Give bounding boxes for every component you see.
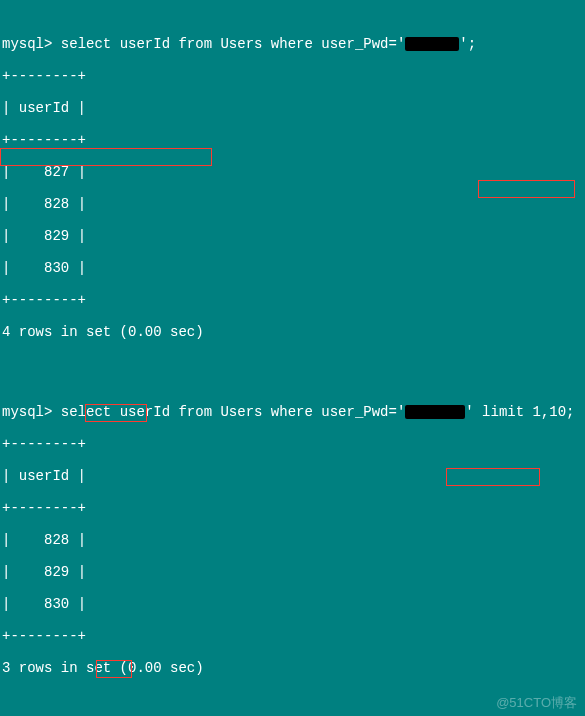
sql-text: select userId from Users where user_Pwd=… xyxy=(61,404,405,420)
table-row: | 827 | xyxy=(2,164,583,180)
cell-value: 828 xyxy=(44,532,69,548)
redacted-password: 123456 xyxy=(405,37,459,51)
table-row: | 829 | xyxy=(2,564,583,580)
table-border: +--------+ xyxy=(2,68,583,84)
sql-text: '; xyxy=(459,36,476,52)
cell-value: 827 xyxy=(44,164,69,180)
sql-text: ' limit 1,10; xyxy=(465,404,574,420)
prompt-line[interactable]: mysql> select userId from Users where us… xyxy=(2,36,583,52)
terminal-output: mysql> select userId from Users where us… xyxy=(0,0,585,716)
cell-value: 828 xyxy=(44,196,69,212)
table-header: | userId | xyxy=(2,468,583,484)
status-line: 3 rows in set (0.00 sec) xyxy=(2,660,583,676)
blank-line xyxy=(2,692,583,708)
cell-value: 829 xyxy=(44,564,69,580)
table-border: +--------+ xyxy=(2,500,583,516)
table-border: +--------+ xyxy=(2,132,583,148)
cell-value: 829 xyxy=(44,228,69,244)
table-row: | 830 | xyxy=(2,596,583,612)
table-border: +--------+ xyxy=(2,292,583,308)
status-line: 4 rows in set (0.00 sec) xyxy=(2,324,583,340)
table-row: | 828 | xyxy=(2,532,583,548)
table-header: | userId | xyxy=(2,100,583,116)
table-row: | 828 | xyxy=(2,196,583,212)
cell-value: 830 xyxy=(44,260,69,276)
redacted-password: 123456 xyxy=(405,405,465,419)
table-border: +--------+ xyxy=(2,436,583,452)
prompt: mysql> xyxy=(2,36,52,52)
cell-value: 830 xyxy=(44,596,69,612)
table-row: | 830 | xyxy=(2,260,583,276)
sql-text: select userId from Users where user_Pwd=… xyxy=(61,36,405,52)
prompt-line[interactable]: mysql> select userId from Users where us… xyxy=(2,404,583,420)
table-border: +--------+ xyxy=(2,628,583,644)
table-row: | 829 | xyxy=(2,228,583,244)
prompt: mysql> xyxy=(2,404,52,420)
blank-line xyxy=(2,356,583,372)
